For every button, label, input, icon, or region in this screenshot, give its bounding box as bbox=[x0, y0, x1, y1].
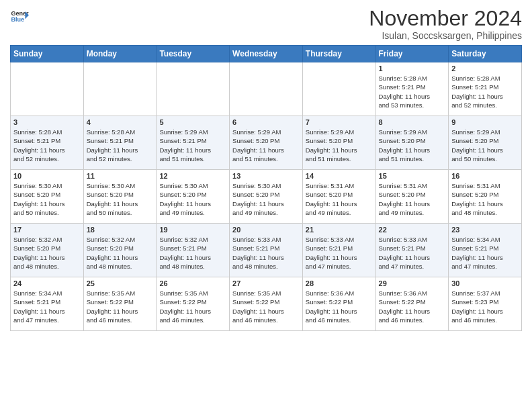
day-number: 27 bbox=[232, 279, 300, 287]
calendar-cell: 1Sunrise: 5:28 AM Sunset: 5:21 PM Daylig… bbox=[375, 62, 449, 116]
day-info: Sunrise: 5:31 AM Sunset: 5:20 PM Dayligh… bbox=[451, 181, 519, 217]
day-number: 12 bbox=[159, 172, 226, 180]
day-number: 14 bbox=[306, 172, 373, 180]
calendar-cell: 20Sunrise: 5:33 AM Sunset: 5:21 PM Dayli… bbox=[230, 224, 303, 277]
day-number: 29 bbox=[379, 279, 446, 287]
calendar-cell bbox=[230, 62, 303, 116]
day-info: Sunrise: 5:35 AM Sunset: 5:22 PM Dayligh… bbox=[159, 289, 226, 324]
weekday-header-row: SundayMondayTuesdayWednesdayThursdayFrid… bbox=[11, 46, 522, 62]
day-number: 8 bbox=[379, 118, 446, 126]
day-number: 22 bbox=[379, 226, 446, 234]
day-info: Sunrise: 5:33 AM Sunset: 5:21 PM Dayligh… bbox=[232, 235, 300, 271]
day-info: Sunrise: 5:29 AM Sunset: 5:21 PM Dayligh… bbox=[159, 128, 226, 163]
day-number: 18 bbox=[87, 226, 154, 234]
calendar-cell: 19Sunrise: 5:32 AM Sunset: 5:21 PM Dayli… bbox=[157, 224, 230, 277]
day-number: 15 bbox=[379, 172, 446, 180]
calendar-cell: 2Sunrise: 5:28 AM Sunset: 5:21 PM Daylig… bbox=[449, 62, 522, 116]
day-info: Sunrise: 5:30 AM Sunset: 5:20 PM Dayligh… bbox=[159, 181, 226, 217]
day-number: 7 bbox=[306, 118, 373, 126]
logo-icon: General Blue bbox=[10, 7, 29, 26]
day-info: Sunrise: 5:33 AM Sunset: 5:21 PM Dayligh… bbox=[379, 235, 446, 271]
calendar-cell: 11Sunrise: 5:30 AM Sunset: 5:20 PM Dayli… bbox=[83, 170, 157, 224]
day-number: 13 bbox=[232, 172, 300, 180]
calendar-cell: 8Sunrise: 5:29 AM Sunset: 5:20 PM Daylig… bbox=[375, 116, 449, 170]
day-info: Sunrise: 5:34 AM Sunset: 5:21 PM Dayligh… bbox=[13, 289, 81, 324]
calendar-cell: 3Sunrise: 5:28 AM Sunset: 5:21 PM Daylig… bbox=[11, 116, 84, 170]
weekday-header-thursday: Thursday bbox=[302, 46, 375, 62]
day-info: Sunrise: 5:32 AM Sunset: 5:20 PM Dayligh… bbox=[87, 235, 154, 271]
calendar-cell: 25Sunrise: 5:35 AM Sunset: 5:22 PM Dayli… bbox=[83, 277, 157, 331]
calendar-cell: 21Sunrise: 5:33 AM Sunset: 5:21 PM Dayli… bbox=[302, 224, 375, 277]
weekday-header-monday: Monday bbox=[83, 46, 157, 62]
day-number: 10 bbox=[13, 172, 81, 180]
day-info: Sunrise: 5:28 AM Sunset: 5:21 PM Dayligh… bbox=[379, 74, 446, 109]
calendar-cell bbox=[157, 62, 230, 116]
day-info: Sunrise: 5:29 AM Sunset: 5:20 PM Dayligh… bbox=[379, 128, 446, 163]
calendar-cell: 29Sunrise: 5:36 AM Sunset: 5:22 PM Dayli… bbox=[375, 277, 449, 331]
calendar-cell: 10Sunrise: 5:30 AM Sunset: 5:20 PM Dayli… bbox=[11, 170, 84, 224]
day-number: 16 bbox=[451, 172, 519, 180]
calendar-week-row: 1Sunrise: 5:28 AM Sunset: 5:21 PM Daylig… bbox=[11, 62, 522, 116]
calendar-cell: 23Sunrise: 5:34 AM Sunset: 5:21 PM Dayli… bbox=[449, 224, 522, 277]
day-info: Sunrise: 5:34 AM Sunset: 5:21 PM Dayligh… bbox=[451, 235, 519, 271]
weekday-header-tuesday: Tuesday bbox=[157, 46, 230, 62]
month-title: November 2024 bbox=[369, 7, 522, 30]
day-number: 26 bbox=[159, 279, 226, 287]
weekday-header-wednesday: Wednesday bbox=[230, 46, 303, 62]
weekday-header-saturday: Saturday bbox=[449, 46, 522, 62]
day-info: Sunrise: 5:36 AM Sunset: 5:22 PM Dayligh… bbox=[379, 289, 446, 324]
calendar-cell: 9Sunrise: 5:29 AM Sunset: 5:20 PM Daylig… bbox=[449, 116, 522, 170]
day-info: Sunrise: 5:35 AM Sunset: 5:22 PM Dayligh… bbox=[87, 289, 154, 324]
day-number: 30 bbox=[451, 279, 519, 287]
day-info: Sunrise: 5:29 AM Sunset: 5:20 PM Dayligh… bbox=[451, 128, 519, 163]
day-number: 2 bbox=[451, 64, 519, 73]
calendar-cell: 24Sunrise: 5:34 AM Sunset: 5:21 PM Dayli… bbox=[11, 277, 84, 331]
day-info: Sunrise: 5:28 AM Sunset: 5:21 PM Dayligh… bbox=[13, 128, 81, 163]
calendar-cell bbox=[11, 62, 84, 116]
day-info: Sunrise: 5:28 AM Sunset: 5:21 PM Dayligh… bbox=[87, 128, 154, 163]
day-number: 11 bbox=[87, 172, 154, 180]
svg-text:Blue: Blue bbox=[11, 16, 24, 23]
day-number: 5 bbox=[159, 118, 226, 126]
day-info: Sunrise: 5:32 AM Sunset: 5:21 PM Dayligh… bbox=[159, 235, 226, 271]
calendar-cell: 4Sunrise: 5:28 AM Sunset: 5:21 PM Daylig… bbox=[83, 116, 157, 170]
day-info: Sunrise: 5:30 AM Sunset: 5:20 PM Dayligh… bbox=[13, 181, 81, 217]
day-info: Sunrise: 5:28 AM Sunset: 5:21 PM Dayligh… bbox=[451, 74, 519, 109]
page-header: General Blue November 2024 Isulan, Soccs… bbox=[10, 7, 522, 41]
calendar-cell: 26Sunrise: 5:35 AM Sunset: 5:22 PM Dayli… bbox=[157, 277, 230, 331]
day-number: 17 bbox=[13, 226, 81, 234]
calendar-week-row: 17Sunrise: 5:32 AM Sunset: 5:20 PM Dayli… bbox=[11, 224, 522, 277]
day-number: 19 bbox=[159, 226, 226, 234]
weekday-header-friday: Friday bbox=[375, 46, 449, 62]
day-number: 9 bbox=[451, 118, 519, 126]
calendar-cell: 13Sunrise: 5:30 AM Sunset: 5:20 PM Dayli… bbox=[230, 170, 303, 224]
day-number: 25 bbox=[87, 279, 154, 287]
calendar-cell: 15Sunrise: 5:31 AM Sunset: 5:20 PM Dayli… bbox=[375, 170, 449, 224]
day-number: 20 bbox=[232, 226, 300, 234]
calendar-cell: 5Sunrise: 5:29 AM Sunset: 5:21 PM Daylig… bbox=[157, 116, 230, 170]
calendar-table: SundayMondayTuesdayWednesdayThursdayFrid… bbox=[10, 45, 522, 331]
day-info: Sunrise: 5:36 AM Sunset: 5:22 PM Dayligh… bbox=[306, 289, 373, 324]
day-info: Sunrise: 5:29 AM Sunset: 5:20 PM Dayligh… bbox=[232, 128, 300, 163]
location: Isulan, Soccsksargen, Philippines bbox=[369, 30, 522, 41]
calendar-cell bbox=[83, 62, 157, 116]
day-info: Sunrise: 5:37 AM Sunset: 5:23 PM Dayligh… bbox=[451, 289, 519, 324]
calendar-cell: 12Sunrise: 5:30 AM Sunset: 5:20 PM Dayli… bbox=[157, 170, 230, 224]
day-info: Sunrise: 5:29 AM Sunset: 5:20 PM Dayligh… bbox=[306, 128, 373, 163]
title-section: November 2024 Isulan, Soccsksargen, Phil… bbox=[369, 7, 522, 41]
day-info: Sunrise: 5:30 AM Sunset: 5:20 PM Dayligh… bbox=[87, 181, 154, 217]
day-info: Sunrise: 5:30 AM Sunset: 5:20 PM Dayligh… bbox=[232, 181, 300, 217]
calendar-cell: 30Sunrise: 5:37 AM Sunset: 5:23 PM Dayli… bbox=[449, 277, 522, 331]
day-number: 6 bbox=[232, 118, 300, 126]
day-number: 1 bbox=[379, 64, 446, 73]
day-number: 4 bbox=[87, 118, 154, 126]
calendar-cell: 14Sunrise: 5:31 AM Sunset: 5:20 PM Dayli… bbox=[302, 170, 375, 224]
day-number: 21 bbox=[306, 226, 373, 234]
day-number: 23 bbox=[451, 226, 519, 234]
calendar-cell: 7Sunrise: 5:29 AM Sunset: 5:20 PM Daylig… bbox=[302, 116, 375, 170]
calendar-cell: 17Sunrise: 5:32 AM Sunset: 5:20 PM Dayli… bbox=[11, 224, 84, 277]
day-number: 24 bbox=[13, 279, 81, 287]
calendar-cell bbox=[302, 62, 375, 116]
day-number: 3 bbox=[13, 118, 81, 126]
calendar-cell: 27Sunrise: 5:35 AM Sunset: 5:22 PM Dayli… bbox=[230, 277, 303, 331]
